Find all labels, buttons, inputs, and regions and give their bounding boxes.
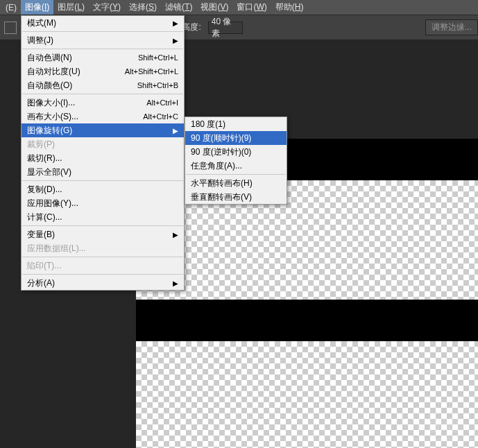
menu-item-image-size[interactable]: 图像大小(I)...Alt+Ctrl+I xyxy=(22,96,184,110)
image-menu-dropdown: 模式(M)▶ 调整(J)▶ 自动色调(N)Shift+Ctrl+L 自动对比度(… xyxy=(21,15,185,291)
separator xyxy=(22,94,183,94)
submenu-item-90-cw[interactable]: 90 度(顺时针)(9) xyxy=(185,131,287,145)
menu-item-image-rotation[interactable]: 图像旋转(G)▶ xyxy=(22,123,184,137)
transparent-layer-2[interactable] xyxy=(136,341,478,448)
separator xyxy=(22,180,183,181)
submenu-arrow-icon: ▶ xyxy=(173,231,178,239)
shortcut-text: Shift+Ctrl+B xyxy=(137,81,178,89)
separator xyxy=(186,174,286,175)
menu-item-trap: 陷印(T)... xyxy=(22,259,184,273)
shortcut-text: Alt+Ctrl+C xyxy=(143,112,178,121)
menu-item-apply-image[interactable]: 应用图像(Y)... xyxy=(22,196,184,210)
menu-item-duplicate[interactable]: 复制(D)... xyxy=(22,182,184,196)
height-label: 高度: xyxy=(182,21,200,33)
separator xyxy=(22,274,183,275)
menu-item-apply-data-set: 应用数据组(L)... xyxy=(22,241,184,255)
submenu-item-90-ccw[interactable]: 90 度(逆时针)(0) xyxy=(185,145,287,159)
submenu-arrow-icon: ▶ xyxy=(173,37,178,44)
shortcut-text: Alt+Shift+Ctrl+L xyxy=(125,67,178,76)
height-field[interactable]: 40 像素 xyxy=(208,21,243,34)
menu-layer[interactable]: 图层(L) xyxy=(53,0,89,15)
image-rotation-submenu: 180 度(1) 90 度(顺时针)(9) 90 度(逆时针)(0) 任意角度(… xyxy=(185,117,287,205)
separator xyxy=(22,225,183,226)
menu-help[interactable]: 帮助(H) xyxy=(271,0,308,15)
submenu-arrow-icon: ▶ xyxy=(173,127,178,135)
menu-item-canvas-size[interactable]: 画布大小(S)...Alt+Ctrl+C xyxy=(22,110,184,123)
menu-type[interactable]: 文字(Y) xyxy=(89,0,125,15)
menu-item-adjustments[interactable]: 调整(J)▶ xyxy=(22,33,184,47)
menu-select[interactable]: 选择(S) xyxy=(125,0,161,15)
menu-item-auto-contrast[interactable]: 自动对比度(U)Alt+Shift+Ctrl+L xyxy=(22,64,184,78)
menu-item-crop: 裁剪(P) xyxy=(22,137,184,151)
submenu-arrow-icon: ▶ xyxy=(173,19,178,27)
submenu-item-flip-horizontal[interactable]: 水平翻转画布(H) xyxy=(185,176,287,190)
shortcut-text: Shift+Ctrl+L xyxy=(138,53,178,62)
menu-item-auto-tone[interactable]: 自动色调(N)Shift+Ctrl+L xyxy=(22,51,184,64)
menu-item-reveal-all[interactable]: 显示全部(V) xyxy=(22,165,184,179)
submenu-item-flip-vertical[interactable]: 垂直翻转画布(V) xyxy=(185,190,287,204)
menu-item-analysis[interactable]: 分析(A)▶ xyxy=(22,276,184,290)
menu-view[interactable]: 视图(V) xyxy=(196,0,232,15)
shortcut-text: Alt+Ctrl+I xyxy=(146,98,178,107)
canvas-black-mid xyxy=(136,300,478,341)
menu-item-trim[interactable]: 裁切(R)... xyxy=(22,151,184,165)
separator xyxy=(22,257,183,257)
menu-item-auto-color[interactable]: 自动颜色(O)Shift+Ctrl+B xyxy=(22,78,184,92)
refine-edge-button[interactable]: 调整边缘... xyxy=(425,19,478,35)
menu-item-calculations[interactable]: 计算(C)... xyxy=(22,210,184,224)
marquee-tool-icon[interactable] xyxy=(4,21,17,34)
separator xyxy=(22,31,183,32)
menu-edit[interactable]: (E) xyxy=(1,1,21,14)
menu-image[interactable]: 图像(I) xyxy=(21,0,53,15)
submenu-item-arbitrary[interactable]: 任意角度(A)... xyxy=(185,159,287,173)
menubar: (E) 图像(I) 图层(L) 文字(Y) 选择(S) 滤镜(T) 视图(V) … xyxy=(0,0,478,15)
menu-window[interactable]: 窗口(W) xyxy=(232,0,271,15)
submenu-item-180[interactable]: 180 度(1) xyxy=(185,117,287,131)
menu-item-variables[interactable]: 变量(B)▶ xyxy=(22,227,184,241)
separator xyxy=(22,49,183,49)
menu-item-mode[interactable]: 模式(M)▶ xyxy=(22,16,184,30)
submenu-arrow-icon: ▶ xyxy=(173,279,178,287)
menu-filter[interactable]: 滤镜(T) xyxy=(161,0,196,15)
